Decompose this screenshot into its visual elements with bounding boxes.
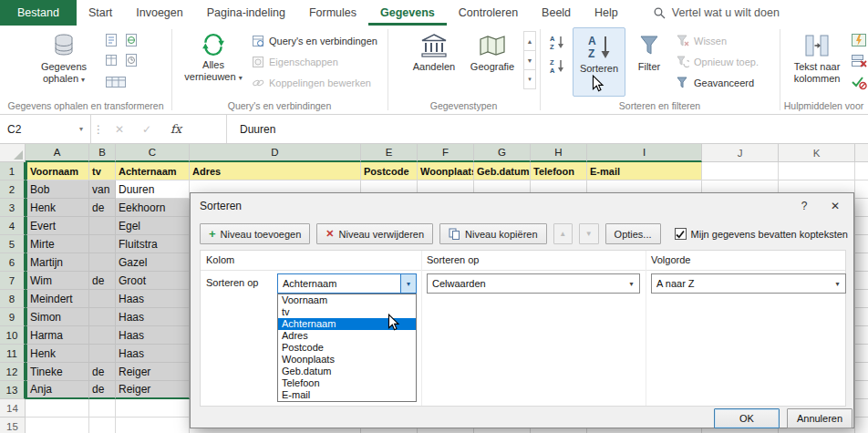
dropdown-item-Postcode[interactable]: Postcode [278, 342, 416, 354]
cell-B6[interactable] [89, 253, 116, 272]
move-level-down-button[interactable]: ▼ [579, 223, 599, 244]
sort-za-button[interactable]: ZA [545, 55, 568, 76]
dropdown-item-E-mail[interactable]: E-mail [278, 389, 416, 401]
cell-A8[interactable]: Meindert [26, 290, 89, 308]
column-header-I[interactable]: I [587, 144, 702, 162]
column-header-J[interactable]: J [702, 144, 779, 162]
gallery-down-button[interactable]: ▼ [524, 51, 535, 70]
column-header-D[interactable]: D [190, 144, 361, 162]
cell-A13[interactable]: Anja [26, 381, 89, 399]
from-web-button[interactable] [122, 31, 140, 49]
tab-controleren[interactable]: Controleren [447, 0, 530, 26]
cell-B8[interactable] [89, 290, 116, 308]
cell-A2[interactable]: Bob [26, 180, 89, 199]
reapply-button[interactable]: Opnieuw toep. [677, 52, 759, 72]
gallery-up-button[interactable]: ▲ [524, 32, 535, 51]
tab-beeld[interactable]: Beeld [530, 0, 583, 26]
formula-bar-drag-handle[interactable]: ⋮ [91, 115, 106, 143]
row-header-6[interactable]: 6 [0, 253, 26, 272]
cell-C9[interactable]: Haas [116, 308, 190, 326]
cancel-entry-button[interactable]: ✕ [106, 115, 133, 143]
cell-B12[interactable]: de [89, 363, 116, 381]
row-header-15[interactable]: 15 [0, 418, 26, 433]
row-header-13[interactable]: 13 [0, 381, 26, 399]
cell-A15[interactable] [26, 418, 89, 433]
cell-I1[interactable]: E-mail [587, 162, 702, 180]
tab-bestand[interactable]: Bestand [0, 0, 77, 26]
cell-J1[interactable] [702, 162, 779, 180]
from-text-button[interactable] [102, 31, 120, 49]
dialog-help-button[interactable]: ? [791, 193, 817, 219]
move-level-up-button[interactable]: ▲ [553, 223, 574, 244]
cell-B10[interactable] [89, 326, 116, 345]
row-header-1[interactable]: 1 [0, 162, 26, 180]
tab-help[interactable]: Help [583, 0, 630, 26]
cell-C3[interactable]: Eekhoorn [116, 199, 190, 217]
get-data-button[interactable]: Gegevens ophalen ▾ [27, 27, 100, 97]
stocks-button[interactable]: Aandelen [407, 27, 461, 97]
row-header-4[interactable]: 4 [0, 217, 26, 235]
row-header-11[interactable]: 11 [0, 345, 26, 363]
sort-az-button[interactable]: AZ [545, 31, 568, 52]
cancel-button[interactable]: Annuleren [787, 408, 852, 428]
from-table-button[interactable] [102, 51, 120, 69]
cell-C15[interactable] [116, 418, 190, 433]
cell-C14[interactable] [116, 399, 190, 418]
cell-A1[interactable]: Voornaam [26, 162, 89, 180]
text-to-columns-button[interactable]: Tekst naar kolommen [786, 27, 848, 97]
row-header-10[interactable]: 10 [0, 326, 26, 345]
cell-C11[interactable]: Haas [116, 345, 190, 363]
cell-A12[interactable]: Tineke [26, 363, 89, 381]
cell-B4[interactable] [89, 217, 116, 235]
cell-A11[interactable]: Henk [26, 345, 89, 363]
properties-button[interactable]: Eigenschappen [252, 52, 338, 72]
dropdown-item-Voornaam[interactable]: Voornaam [278, 294, 416, 306]
cell-B7[interactable]: de [89, 272, 116, 290]
cell-B14[interactable] [89, 399, 116, 418]
tell-me-search[interactable]: Vertel wat u wilt doen [654, 0, 780, 26]
cell-B15[interactable] [89, 418, 116, 433]
cell-A9[interactable]: Simon [26, 308, 89, 326]
tab-invoegen[interactable]: Invoegen [124, 0, 194, 26]
select-all-corner[interactable] [0, 144, 26, 162]
dropdown-item-Adres[interactable]: Adres [278, 330, 416, 342]
column-header-H[interactable]: H [531, 144, 587, 162]
geography-button[interactable]: Geografie [465, 27, 520, 97]
clear-filter-button[interactable]: Wissen [677, 31, 727, 51]
column-header-G[interactable]: G [474, 144, 531, 162]
column-header-E[interactable]: E [361, 144, 418, 162]
existing-connections-button[interactable] [102, 73, 129, 91]
recent-sources-button[interactable] [122, 51, 140, 69]
column-header-B[interactable]: B [89, 144, 116, 162]
data-validation-button[interactable] [850, 73, 868, 91]
cell-C2[interactable]: Duuren [116, 180, 190, 199]
cell-C12[interactable]: Reiger [116, 363, 190, 381]
flash-fill-button[interactable] [850, 31, 868, 49]
cell-C5[interactable]: Fluitstra [116, 235, 190, 253]
cell-C4[interactable]: Egel [116, 217, 190, 235]
cell-C8[interactable]: Haas [116, 290, 190, 308]
tab-formules[interactable]: Formules [297, 0, 368, 26]
sort-order-dropdown[interactable]: A naar Z ▾ [651, 273, 846, 294]
cell-H1[interactable]: Telefoon [531, 162, 587, 180]
column-header-C[interactable]: C [116, 144, 190, 162]
cell-C6[interactable]: Gazel [116, 253, 190, 272]
cell-D1[interactable]: Adres [190, 162, 361, 180]
name-box[interactable]: C2 ▾ [0, 115, 91, 143]
cell-G1[interactable]: Geb.datum [474, 162, 531, 180]
dropdown-item-Woonplaats[interactable]: Woonplaats [278, 354, 416, 366]
dropdown-item-Telefoon[interactable]: Telefoon [278, 377, 416, 389]
formula-input[interactable]: Duuren [227, 115, 275, 143]
row-header-2[interactable]: 2 [0, 180, 26, 199]
tab-pagina-indeling[interactable]: Pagina-indeling [195, 0, 297, 26]
dropdown-item-Geb.datum[interactable]: Geb.datum [278, 366, 416, 377]
tab-start[interactable]: Start [77, 0, 124, 26]
cell-B9[interactable] [89, 308, 116, 326]
row-header-9[interactable]: 9 [0, 308, 26, 326]
column-header-A[interactable]: A [26, 144, 89, 162]
cell-A3[interactable]: Henk [26, 199, 89, 217]
queries-connections-button[interactable]: Query's en verbindingen [252, 31, 377, 51]
cell-K1[interactable] [779, 162, 855, 180]
advanced-filter-button[interactable]: Geavanceerd [677, 73, 754, 93]
cell-E1[interactable]: Postcode [361, 162, 418, 180]
